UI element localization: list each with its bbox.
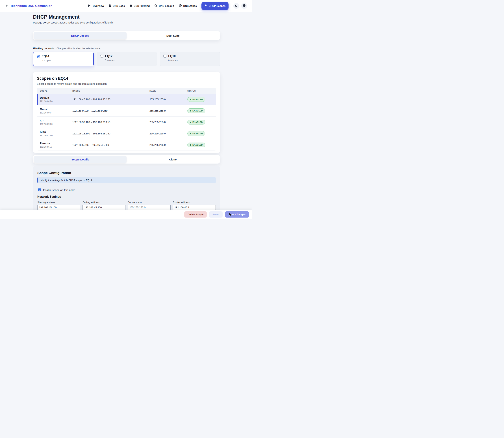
document-icon [109, 4, 111, 8]
column-header-scope: SCOPE [37, 90, 70, 92]
search-icon [154, 4, 158, 8]
network-settings-fields: Starting address Ending address Subnet m… [37, 201, 216, 210]
node-hint: Changes will only affect the selected no… [56, 47, 100, 50]
scope-mask: 255.255.255.0 [147, 98, 185, 101]
info-banner: Modify the settings for this DHCP scope … [37, 177, 216, 183]
detail-tabs: Scope Details Clone [33, 155, 220, 164]
scope-mask: 255.255.255.0 [147, 121, 185, 124]
chart-icon [88, 4, 91, 8]
node-cards: EQ14 5 scopes EQ12 5 scopes EQ10 0 scope… [33, 52, 220, 66]
node-name: EQ10 [168, 55, 176, 58]
nav-item-dns-logs[interactable]: DNS Logs [109, 4, 125, 8]
nav-actions [233, 3, 247, 9]
enable-scope-row: Enable scope on this node [37, 188, 216, 192]
status-text: ENABLED [192, 121, 203, 123]
shield-icon [130, 4, 132, 8]
node-name: EQ12 [105, 55, 113, 58]
node-scope-count: 5 scopes [105, 59, 153, 62]
scope-name: Kids [40, 130, 70, 133]
field-label: Ending address [83, 201, 125, 204]
router-address-input[interactable] [173, 205, 216, 210]
node-card-eq10[interactable]: EQ10 0 scopes [160, 52, 220, 66]
delete-scope-button[interactable]: Delete Scope [184, 211, 207, 218]
router-address-field-group: Router address [173, 201, 216, 210]
status-badge: ENABLED [187, 142, 205, 147]
status-dot-icon [190, 122, 191, 123]
tab-dhcp-scopes[interactable]: DHCP Scopes [34, 32, 126, 39]
info-icon [243, 4, 246, 8]
dark-mode-toggle[interactable] [233, 3, 239, 9]
tab-scope-details[interactable]: Scope Details [34, 156, 126, 163]
nav-item-label: DNS Logs [113, 4, 125, 7]
scope-subnet: 192.168.99.0 [40, 123, 70, 125]
field-label: Starting address [37, 201, 80, 204]
table-row[interactable]: Parents 192.168.6 .0 192.168.6 .100 – 19… [37, 139, 216, 151]
node-scope-count: 5 scopes [42, 59, 90, 62]
table-row[interactable]: Guest 192.168.9.0 192.168.9.100 – 192.16… [37, 105, 216, 116]
scopes-title: Scopes on EQ14 [37, 76, 216, 81]
scope-name: Parents [40, 142, 70, 145]
table-row[interactable]: Kids 192.168.18.0 192.168.18.100 – 192.1… [37, 128, 216, 139]
scope-range: 192.168.9.100 – 192.168.9.250 [70, 109, 147, 112]
moon-icon [235, 4, 238, 8]
scopes-card: Scopes on EQ14 Select a scope to review … [33, 72, 220, 153]
subnet-mask-input[interactable] [128, 205, 171, 210]
app-window: Technitium DNS Companion Overview DNS Lo… [0, 0, 252, 219]
node-card-eq14[interactable]: EQ14 5 scopes [33, 52, 94, 66]
starting-address-input[interactable] [37, 205, 80, 210]
save-changes-button[interactable]: Save Changes [225, 211, 249, 218]
status-badge: ENABLED [187, 109, 205, 113]
table-row[interactable]: IoT 192.168.99.0 192.168.99.100 – 192.16… [37, 116, 216, 128]
radio-unselected-icon[interactable] [163, 55, 167, 58]
working-on-node-label: Working on Node: [33, 47, 55, 50]
scopes-subtitle: Select a scope to review details and pre… [37, 82, 216, 85]
nav-item-dhcp-scopes[interactable]: DHCP Scopes [201, 2, 229, 10]
scope-range: 192.168.99.100 – 192.168.99.250 [70, 121, 147, 124]
column-header-mask: MASK [147, 90, 185, 92]
field-label: Router address [173, 201, 216, 204]
info-button[interactable] [241, 3, 247, 9]
table-header: SCOPE RANGE MASK STATUS [37, 88, 216, 94]
tab-bulk-sync[interactable]: Bulk Sync [126, 32, 219, 39]
node-name: EQ14 [42, 55, 49, 58]
node-card-eq12[interactable]: EQ12 5 scopes [97, 52, 157, 66]
top-nav: Technitium DNS Companion Overview DNS Lo… [0, 0, 252, 12]
action-footer: Delete Scope Reset Save Changes [0, 210, 252, 219]
scope-range: 192.168.45.100 – 192.168.45.250 [70, 98, 147, 101]
scope-name: IoT [40, 119, 70, 122]
nav-item-dns-lookup[interactable]: DNS Lookup [154, 4, 174, 8]
nav-item-dns-zones[interactable]: DNS Zones [179, 4, 197, 8]
node-selector-header: Working on Node: Changes will only affec… [33, 47, 220, 50]
nav-item-dns-filtering[interactable]: DNS Filtering [130, 4, 150, 8]
lightning-bolt-icon [5, 4, 9, 8]
status-dot-icon [190, 110, 191, 111]
status-text: ENABLED [192, 110, 203, 112]
radio-selected-icon[interactable] [37, 55, 40, 58]
enable-scope-checkbox[interactable] [38, 188, 41, 191]
status-badge: ENABLED [187, 131, 205, 136]
status-text: ENABLED [192, 144, 203, 146]
table-row[interactable]: Default 192.168.45.0 192.168.45.100 – 19… [37, 94, 216, 105]
nav-item-overview[interactable]: Overview [88, 4, 104, 8]
page-title: DHCP Management [33, 14, 220, 20]
reset-button[interactable]: Reset [209, 211, 223, 218]
brand: Technitium DNS Companion [5, 4, 52, 8]
status-badge: ENABLED [187, 120, 205, 124]
globe-icon [179, 4, 182, 8]
scope-subnet: 192.168.18.0 [40, 134, 70, 137]
tab-clone[interactable]: Clone [126, 156, 219, 163]
ending-address-field-group: Ending address [83, 201, 125, 210]
starting-address-field-group: Starting address [37, 201, 80, 210]
main-tabs: DHCP Scopes Bulk Sync [33, 31, 220, 40]
radio-unselected-icon[interactable] [100, 55, 103, 58]
plug-icon [205, 4, 207, 8]
nav-item-label: DNS Zones [183, 4, 197, 7]
node-scope-count: 0 scopes [168, 59, 217, 62]
scope-range: 192.168.18.100 – 192.168.18.250 [70, 132, 147, 135]
nav-item-label: DNS Lookup [159, 4, 174, 7]
nav-item-label: Overview [93, 4, 104, 7]
scope-mask: 255.255.255.0 [147, 132, 185, 135]
scope-configuration-title: Scope Configuration [37, 171, 216, 175]
ending-address-input[interactable] [83, 205, 125, 210]
scope-mask: 255.255.255.0 [147, 109, 185, 112]
